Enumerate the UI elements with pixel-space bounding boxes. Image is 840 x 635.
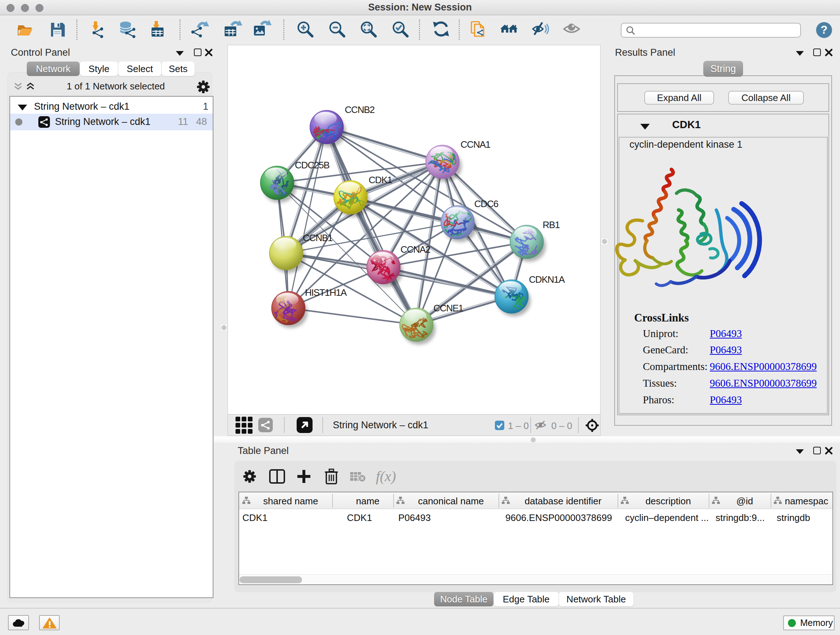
svg-text:RB1: RB1 [543,219,560,230]
svg-text:CCNB2: CCNB2 [345,104,375,115]
svg-text:CCNB1: CCNB1 [303,233,333,243]
svg-text:CDC25B: CDC25B [295,160,329,171]
svg-text:CDC6: CDC6 [474,198,499,209]
svg-text:CCNA1: CCNA1 [461,139,491,150]
svg-text:CDKN1A: CDKN1A [529,274,565,285]
svg-text:CCNE1: CCNE1 [433,302,463,314]
svg-text:HIST1H1A: HIST1H1A [305,287,347,298]
svg-text:CDK1: CDK1 [369,174,392,185]
svg-text:CCNA2: CCNA2 [401,244,431,255]
